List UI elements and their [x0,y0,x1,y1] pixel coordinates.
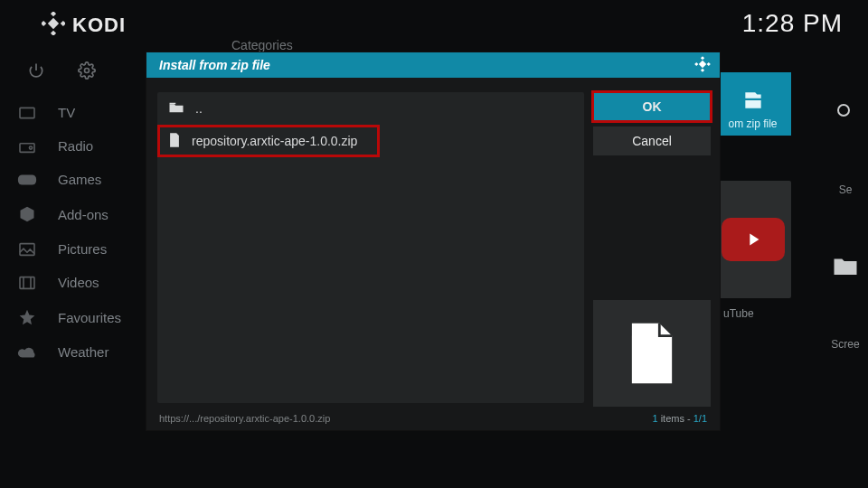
svg-point-11 [838,105,849,116]
bg-tile-label: om zip file [728,117,777,130]
file-browser-panel: .. repository.arxtic-ape-1.0.0.zip [157,92,584,403]
svg-rect-13 [701,56,704,60]
parent-folder-row[interactable]: .. [157,92,584,125]
svg-rect-2 [42,21,46,26]
gear-icon[interactable] [78,61,96,83]
svg-point-8 [29,146,32,149]
cancel-label: Cancel [632,134,672,148]
svg-rect-16 [707,61,711,65]
svg-rect-3 [61,21,65,26]
file-name: repository.arxtic-ape-1.0.0.zip [192,134,357,148]
sidebar-item-weather[interactable]: Weather [0,335,163,369]
right-edge-tiles: Se Scree [823,0,868,488]
film-icon [16,276,38,290]
folder-up-icon [168,101,184,117]
sidebar-label: Favourites [58,310,121,325]
ok-label: OK [643,99,662,114]
sidebar-label: Radio [58,138,93,154]
sidebar: TV Radio Games Add-ons Pictures Videos F… [0,54,163,369]
svg-point-5 [85,69,90,73]
cancel-button[interactable]: Cancel [593,127,711,155]
svg-rect-17 [170,102,176,104]
file-icon [168,132,181,151]
zip-file-row[interactable]: repository.arxtic-ape-1.0.0.zip [157,125,380,157]
sidebar-label: TV [58,105,75,120]
item-count: 1 items - 1/1 [652,413,707,424]
sidebar-item-favourites[interactable]: Favourites [0,299,163,335]
youtube-icon [722,218,785,261]
dialog-title: Install from zip file [159,58,270,72]
sidebar-label: Add-ons [58,207,108,222]
install-zip-dialog: Install from zip file .. repository.arxt… [146,52,720,430]
zip-stack-icon [741,89,766,112]
sidebar-item-radio[interactable]: Radio [0,129,163,163]
app-logo: KODI [42,12,126,39]
bg-tile-youtube-label: uTube [723,307,754,320]
svg-rect-6 [20,108,34,117]
right-label-bottom: Scree [831,338,859,351]
svg-rect-14 [701,68,704,71]
power-icon[interactable] [27,61,45,83]
dialog-path: https://.../repository.arxtic-ape-1.0.0.… [159,413,330,424]
kodi-logo-icon [694,56,711,75]
ok-button[interactable]: OK [593,92,711,121]
parent-label: .. [195,101,203,116]
sidebar-label: Weather [58,344,108,360]
sidebar-label: Videos [58,275,99,290]
svg-rect-15 [694,61,698,65]
sidebar-item-addons[interactable]: Add-ons [0,196,163,232]
image-icon [16,242,38,257]
sidebar-item-games[interactable]: Games [0,163,163,196]
sidebar-label: Pictures [58,241,107,257]
star-icon [16,308,38,326]
dialog-header: Install from zip file [146,52,720,78]
right-label-top: Se [839,183,853,196]
sidebar-item-videos[interactable]: Videos [0,266,163,299]
app-name: KODI [72,14,126,37]
categories-heading: Categories [231,38,293,52]
sidebar-item-tv[interactable]: TV [0,96,163,129]
svg-rect-1 [51,31,56,35]
cloud-icon [16,345,38,360]
radio-icon [16,139,38,154]
folder-fragment-icon [832,254,859,280]
file-preview [593,300,711,407]
tv-icon [16,106,38,120]
bg-tile-install[interactable]: om zip file [714,72,791,136]
bg-tile-youtube[interactable] [714,181,791,298]
svg-rect-12 [699,60,706,67]
gamepad-icon [16,173,38,187]
sidebar-label: Games [58,172,101,187]
svg-rect-10 [20,277,34,288]
document-icon [627,321,677,386]
box-icon [16,205,38,223]
search-fragment-icon [835,101,856,126]
svg-rect-0 [51,12,56,16]
kodi-logo-icon [42,12,65,39]
svg-rect-4 [48,18,59,29]
sidebar-item-pictures[interactable]: Pictures [0,232,163,266]
